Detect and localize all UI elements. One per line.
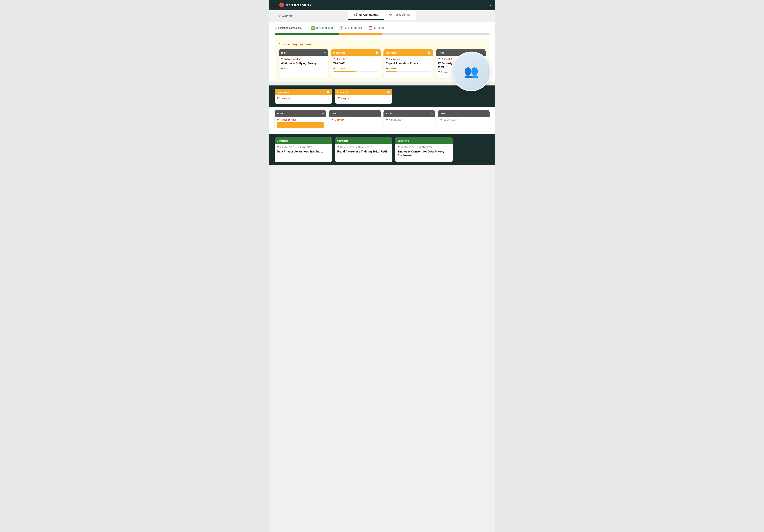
flag-text: 5 days overdue <box>281 118 296 121</box>
card-tasks: ☰ 2 tasks <box>281 67 326 70</box>
check-icon: ✔ <box>327 139 330 142</box>
card-title: TAX/VAT <box>333 62 378 65</box>
card-dates: 🚩 DD Mon, YYYY ✓ DD Mon, YYYY <box>337 146 390 148</box>
yellow-highlight <box>277 122 324 128</box>
tab-policy-library[interactable]: 🛡 Policy Library <box>384 10 416 20</box>
hamburger-menu[interactable]: ☰ <box>273 3 276 7</box>
completed-cards-grid: Completed ✔ 🚩 DD Mon, YYYY ✓ DD Mon, YYY… <box>275 137 489 162</box>
card-status: In progress <box>277 91 289 93</box>
todo-section: To do ○ 🚩 5 days overdue To do ○ <box>269 107 495 134</box>
flag-icon: 🚩 <box>333 58 336 60</box>
card-todo-4[interactable]: To do ○ 🚩 21 Sep, 2024 <box>438 110 489 131</box>
tasks-icon: ☰ <box>333 67 335 70</box>
end-date-text: DD Mon, YYYY <box>419 146 432 148</box>
start-date: 🚩 DD Mon, YYYY <box>277 146 294 148</box>
top-navbar: ☰ 🔴 GAN INTEGRITY ▾ <box>269 0 495 10</box>
card-status: Completed <box>398 140 409 142</box>
people-icon: 👥 <box>464 65 479 79</box>
flag-icon: 🚩 <box>277 97 280 100</box>
flag-icon: 🚩 <box>386 58 389 60</box>
check-icon: ✓ <box>295 146 297 148</box>
start-date-text: DD Mon, YYYY <box>280 146 294 148</box>
card-taxvat[interactable]: In progress 🕐 🚩 1 day left TAX/VAT ☰ 1/2… <box>331 49 381 78</box>
card-employee-consent[interactable]: Completed ✔ 🚩 DD Mon, YYYY ✓ DD Mon, YYY… <box>395 137 453 162</box>
clock-icon: 🕐 <box>428 51 431 54</box>
card-fraud-awareness[interactable]: Completed ✔ 🚩 DD Mon, YYYY ✓ DD Mon, YYY… <box>335 137 392 162</box>
flag-icon: 🚩 <box>277 146 280 148</box>
progress-bar <box>275 33 489 35</box>
inprogress-count: 2 <box>345 26 347 30</box>
tasks-text: 2 tasks <box>284 67 291 70</box>
end-date-text: DD Mon, YYYY <box>358 146 372 148</box>
start-date: 🚩 DD Mon, YYYY <box>398 146 414 148</box>
flag-icon: 🚩 <box>281 58 284 60</box>
card-workplace-bullying[interactable]: To do ○ 🚩 5 days overdue Workplace Bully… <box>279 49 328 78</box>
days-text: 1 day left <box>337 58 346 60</box>
tasks-icon: ☰ <box>281 67 283 70</box>
card-capital-allocation[interactable]: In progress 🕐 🚩 2 days left Capital Allo… <box>383 49 433 78</box>
date-flag: 🚩 21 Sep, 2024 <box>440 118 487 121</box>
clock-icon: 🕐 <box>387 90 390 93</box>
stats-row: 10 assigned campaigns ✅ 3 Completed 🕐 2 … <box>275 22 489 30</box>
policy-icon: 🛡 <box>389 13 392 16</box>
tab-campaigns-label: My Campaigns <box>359 13 378 16</box>
end-date: ✓ DD Mon, YYYY <box>295 146 312 148</box>
card-header-inprogress: In progress 🕐 <box>383 49 433 56</box>
completed-label: Completed <box>319 26 333 29</box>
brand-logo: 🔴 GAN INTEGRITY <box>279 3 312 8</box>
task-progress-fill <box>333 72 356 73</box>
card-header-completed: Completed ✔ <box>395 137 453 144</box>
clock-icon: 🕐 <box>326 90 330 93</box>
end-date: ✓ DD Mon, YYYY <box>356 146 372 148</box>
todo-icon: ⏰ <box>368 26 373 30</box>
flag-icon: 🚩 <box>337 97 340 100</box>
card-body: 🚩 1 day left TAX/VAT ☰ 1/2 tasks <box>331 56 381 75</box>
start-date: 🚩 DD Mon, YYYY <box>337 146 354 148</box>
back-arrow-icon: ← <box>275 14 278 18</box>
card-header-todo: To do ○ <box>275 110 326 116</box>
tab-policy-label: Policy Library <box>394 13 410 16</box>
inprogress-label: In progress <box>348 26 362 29</box>
card-status: Completed <box>337 140 349 142</box>
card-title: Workplace Bullying Survey <box>281 62 326 65</box>
card-todo-3[interactable]: To do ○ 🚩 02 Sep, 2024 <box>383 110 435 131</box>
card-title: Fraud Awareness Training 2021 - UAE <box>337 150 390 153</box>
todo-label: To do <box>377 26 384 29</box>
card-body: 🚩 5 days overdue Workplace Bullying Surv… <box>279 56 328 74</box>
tab-my-campaigns[interactable]: 📢 My Campaigns <box>348 10 384 20</box>
card-title: Capital Allocation Policy... <box>386 62 431 65</box>
tasks-icon: ☰ <box>438 71 440 74</box>
circle-icon: ○ <box>377 112 378 115</box>
back-button[interactable]: ← Overview <box>275 14 293 18</box>
clock-icon: 🕐 <box>375 51 378 54</box>
card-header-inprogress: In progress 🕐 <box>275 89 332 95</box>
card-todo-1[interactable]: To do ○ 🚩 5 days overdue <box>275 110 326 131</box>
end-date-text: DD Mon, YYYY <box>298 146 312 148</box>
card-status: In progress <box>386 52 398 54</box>
todo-count: 5 <box>374 26 376 30</box>
card-body: 🚩 DD Mon, YYYY ✓ DD Mon, YYYY Data Priva… <box>275 144 332 158</box>
card-header-completed: Completed ✔ <box>275 137 332 144</box>
task-progress-fill <box>386 72 397 73</box>
card-inprogress-1[interactable]: In progress 🕐 🚩 2 days left <box>275 89 332 104</box>
back-label: Overview <box>280 14 293 18</box>
card-status: In progress <box>333 52 345 54</box>
card-todo-2[interactable]: To do ○ 🚩 6 day left <box>329 110 381 131</box>
card-status: To do <box>386 112 392 114</box>
stat-inprogress: 🕐 2 In progress <box>339 26 362 30</box>
circle-icon: ○ <box>431 112 433 115</box>
card-body: 🚩 21 Sep, 2024 <box>438 116 489 125</box>
card-header-todo: To do ○ <box>438 110 489 116</box>
nav-dropdown[interactable]: ▾ <box>489 3 491 7</box>
card-data-privacy[interactable]: Completed ✔ 🚩 DD Mon, YYYY ✓ DD Mon, YYY… <box>275 137 332 162</box>
card-tasks: ☰ 1/4 tasks <box>386 67 431 70</box>
people-illustration: 👥 <box>452 52 491 91</box>
card-body: 🚩 2 days left Capital Allocation Policy.… <box>383 56 433 75</box>
approaching-title: Approaching deadlines <box>279 43 485 46</box>
stat-completed: ✅ 3 Completed <box>311 26 333 30</box>
card-status: To do <box>440 112 446 114</box>
progress-completed-fill <box>275 33 339 35</box>
card-inprogress-2[interactable]: In progress 🕐 🚩 1 day left <box>335 89 392 104</box>
days-text: 2 days left <box>389 58 400 60</box>
completed-count: 3 <box>316 26 318 30</box>
